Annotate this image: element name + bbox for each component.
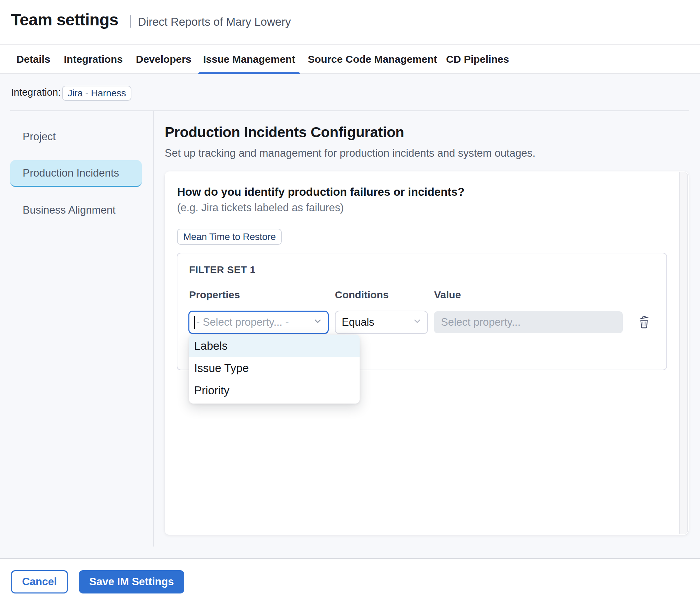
save-im-settings-button[interactable]: Save IM Settings (79, 570, 184, 593)
integration-label: Integration: (11, 87, 61, 98)
page-footer: Cancel Save IM Settings (0, 558, 700, 600)
dropdown-option-labels[interactable]: Labels (189, 335, 360, 357)
integration-chip[interactable]: Jira - Harness (62, 86, 131, 101)
section-subtitle: Set up tracking and management for produ… (165, 147, 535, 159)
sidebar-item-production-incidents[interactable]: Production Incidents (10, 160, 142, 187)
tab-integrations[interactable]: Integrations (59, 45, 128, 74)
value-input-placeholder: Select property... (441, 316, 521, 328)
value-column-label: Value (434, 289, 461, 301)
chevron-down-icon (413, 317, 421, 325)
card-scrollbar[interactable] (679, 172, 688, 534)
tab-issue-management[interactable]: Issue Management (198, 45, 300, 74)
chevron-down-icon (314, 317, 322, 325)
content-top-divider (10, 110, 689, 111)
property-dropdown-menu: Labels Issue Type Priority (189, 335, 360, 404)
settings-tabbar: Details Integrations Developers Issue Ma… (0, 44, 700, 74)
cancel-button[interactable]: Cancel (11, 570, 68, 593)
tab-details[interactable]: Details (12, 45, 55, 74)
sidebar-item-business-alignment[interactable]: Business Alignment (10, 197, 142, 224)
property-select[interactable]: - Select property... - (188, 311, 329, 334)
title-divider (130, 15, 131, 28)
settings-sidebar: Project Production Incidents Business Al… (10, 123, 142, 233)
condition-select[interactable]: Equals (335, 311, 428, 334)
filter-set-title: FILTER SET 1 (189, 264, 256, 276)
page-header: Team settings Direct Reports of Mary Low… (0, 0, 700, 44)
page-title: Team settings (11, 10, 118, 29)
text-cursor (194, 316, 195, 329)
dropdown-option-issue-type[interactable]: Issue Type (189, 357, 360, 379)
page-subtitle: Direct Reports of Mary Lowery (138, 15, 291, 28)
trash-icon (638, 314, 651, 330)
tab-developers[interactable]: Developers (131, 45, 196, 74)
dropdown-option-priority[interactable]: Priority (189, 379, 360, 401)
condition-select-value: Equals (342, 316, 374, 328)
sidebar-divider (153, 111, 154, 547)
delete-filter-button[interactable] (634, 312, 654, 332)
tab-cd-pipelines[interactable]: CD Pipelines (441, 45, 514, 74)
value-input[interactable]: Select property... (434, 311, 623, 333)
sidebar-item-project[interactable]: Project (10, 123, 142, 150)
conditions-column-label: Conditions (335, 289, 389, 301)
card-hint: (e.g. Jira tickets labeled as failures) (177, 202, 344, 214)
card-question: How do you identify production failures … (177, 185, 465, 199)
property-select-placeholder: - Select property... - (196, 316, 289, 328)
properties-column-label: Properties (189, 289, 240, 301)
tab-source-code-management[interactable]: Source Code Management (303, 45, 442, 74)
mean-time-to-restore-chip[interactable]: Mean Time to Restore (177, 229, 282, 245)
section-title: Production Incidents Configuration (165, 124, 404, 141)
